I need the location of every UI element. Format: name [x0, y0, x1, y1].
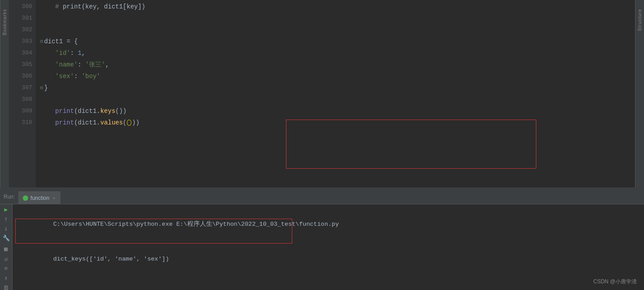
console-output-box: C:\Users\HUNTE\Scripts\python.exe E:\程序人…: [17, 207, 640, 290]
run-panel: Run: function × ▶ ↑ ↓ 🔧 ⏹ ↺ ≡ ⬆ 🗑: [0, 190, 644, 290]
line-num-310: 310: [9, 117, 32, 128]
rerun-button[interactable]: ↺: [2, 256, 11, 263]
console-output: C:\Users\HUNTE\Scripts\python.exe E:\程序人…: [13, 204, 644, 290]
line-num-300: 300: [9, 1, 32, 12]
line-num-306: 306: [9, 70, 32, 82]
code-content[interactable]: # print(key, dict1[key]) ⊟dict1 = { 'id'…: [36, 0, 635, 187]
code-line-308: [40, 94, 635, 105]
code-line-302: [40, 24, 635, 36]
bookmarks-label: Bookmarks: [2, 9, 7, 35]
run-tab-function[interactable]: function ×: [18, 191, 60, 204]
run-tab-icon: [23, 195, 28, 201]
line-numbers: 300 301 302 303 304 305 306 307 308 309 …: [9, 0, 36, 187]
code-comment-300: #: [40, 1, 63, 12]
run-label: Run:: [0, 190, 18, 204]
format-button[interactable]: ≡: [2, 265, 11, 272]
watermark: CSDN @小唐学渣: [593, 278, 637, 286]
console-cmd-line: C:\Users\HUNTE\Scripts\python.exe E:\程序人…: [17, 207, 640, 242]
trash-button[interactable]: 🗑: [2, 285, 11, 290]
line-num-305: 305: [9, 59, 32, 70]
code-line-307: ⊟}: [40, 82, 635, 94]
align-button[interactable]: ⬆: [2, 275, 11, 282]
code-line-304: 'id': 1,: [40, 47, 635, 59]
structure-sidebar: Structure: [635, 0, 644, 187]
wrench-button[interactable]: 🔧: [2, 235, 11, 242]
code-line-300: # print(key, dict1[key]): [40, 1, 635, 12]
console-toolbar: ▶ ↑ ↓ 🔧 ⏹ ↺ ≡ ⬆ 🗑: [0, 204, 13, 290]
run-tab-name: function: [30, 195, 49, 201]
code-line-310: print(dict1.values()): [40, 117, 635, 128]
scroll-up-button[interactable]: ↑: [2, 216, 11, 223]
stop-button[interactable]: ⏹: [2, 246, 11, 253]
code-line-301: [40, 12, 635, 24]
run-tabs: Run: function ×: [0, 190, 644, 204]
line-num-301: 301: [9, 12, 32, 24]
line-num-304: 304: [9, 47, 32, 59]
code-line-303: ⊟dict1 = {: [40, 36, 635, 47]
editor-area: Bookmarks 300 301 302 303 304 305 306 30…: [0, 0, 644, 187]
console-output-line2: dict_values([1, '张三', 'boy']): [17, 277, 640, 290]
code-line-305: 'name': '张三',: [40, 59, 635, 70]
scroll-down-button[interactable]: ↓: [2, 225, 11, 232]
console-output-line1: dict_keys(['id', 'name', 'sex']): [17, 242, 640, 277]
fold-icon-303[interactable]: ⊟: [40, 36, 43, 47]
console-body: ▶ ↑ ↓ 🔧 ⏹ ↺ ≡ ⬆ 🗑 C:\Users\HUNTE\Scripts…: [0, 204, 644, 290]
cursor-indicator: [127, 120, 131, 126]
code-line-306: 'sex': 'boy': [40, 70, 635, 82]
fold-icon-307[interactable]: ⊟: [40, 82, 43, 94]
line-num-308: 308: [9, 94, 32, 105]
run-tab-close[interactable]: ×: [52, 195, 55, 201]
code-line-309: print(dict1.keys()): [40, 105, 635, 117]
line-num-307: 307: [9, 82, 32, 94]
line-num-302: 302: [9, 24, 32, 36]
line-num-303: 303: [9, 36, 32, 47]
bookmarks-sidebar: Bookmarks: [0, 0, 9, 187]
structure-label: Structure: [637, 9, 642, 31]
line-num-309: 309: [9, 105, 32, 117]
run-button[interactable]: ▶: [2, 206, 11, 213]
